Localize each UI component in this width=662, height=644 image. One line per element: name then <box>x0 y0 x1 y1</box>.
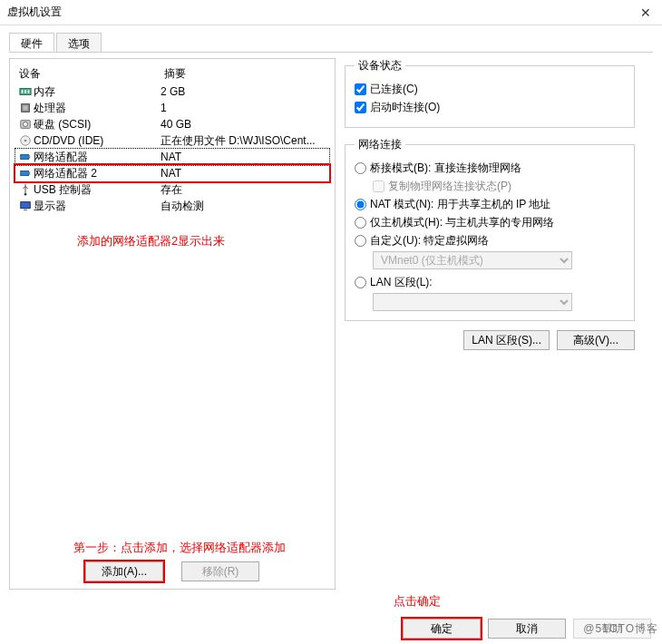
titlebar: 虚拟机设置 ✕ <box>0 0 662 25</box>
col-summary: 摘要 <box>164 66 326 82</box>
device-name: 网络适配器 <box>34 150 161 165</box>
device-row-display[interactable]: 显示器 自动检测 <box>15 198 329 214</box>
device-row-nic2[interactable]: 网络适配器 2 NAT <box>15 165 329 181</box>
svg-rect-5 <box>23 105 27 110</box>
nic-icon <box>17 151 34 163</box>
svg-rect-15 <box>21 202 31 209</box>
add-button[interactable]: 添加(A)... <box>85 561 163 581</box>
device-summary: 40 GB <box>161 118 327 131</box>
device-summary: 2 GB <box>161 85 327 98</box>
display-icon <box>17 200 34 212</box>
device-row-usb[interactable]: USB 控制器 存在 <box>15 181 329 198</box>
svg-rect-1 <box>22 90 24 93</box>
cd-icon <box>17 134 34 147</box>
svg-rect-2 <box>24 90 26 93</box>
svg-rect-12 <box>21 171 29 175</box>
device-summary: NAT <box>161 151 327 163</box>
svg-rect-16 <box>24 210 27 211</box>
disk-icon <box>17 118 34 131</box>
bridged-radio[interactable]: 桥接模式(B): 直接连接物理网络 <box>355 161 625 176</box>
replicate-checkbox: 复制物理网络连接状态(P) <box>373 179 625 194</box>
svg-rect-10 <box>21 154 29 159</box>
usb-icon <box>17 183 34 196</box>
network-connection-group: 网络连接 桥接模式(B): 直接连接物理网络 复制物理网络连接状态(P) NAT… <box>345 137 635 321</box>
device-row-memory[interactable]: 内存 2 GB <box>15 83 329 100</box>
device-name: USB 控制器 <box>34 182 161 198</box>
annotation-add: 第一步：点击添加，选择网络适配器添加 <box>73 540 286 556</box>
connect-at-poweron-checkbox[interactable]: 启动时连接(O) <box>355 100 625 115</box>
tab-options[interactable]: 选项 <box>56 33 102 52</box>
lan-segments-button[interactable]: LAN 区段(S)... <box>463 330 550 350</box>
device-summary: 正在使用文件 D:\WJ\ISO\Cent... <box>161 133 327 149</box>
device-summary: 自动检测 <box>161 199 327 214</box>
svg-point-7 <box>23 122 27 126</box>
vmnet-select: VMnet0 (仅主机模式) <box>373 251 572 269</box>
memory-icon <box>17 85 34 98</box>
svg-rect-13 <box>29 171 31 175</box>
device-name: 显示器 <box>34 199 161 214</box>
svg-point-9 <box>24 140 27 142</box>
device-status-legend: 设备状态 <box>355 58 405 73</box>
custom-radio[interactable]: 自定义(U): 特定虚拟网络 <box>355 233 625 249</box>
device-name: CD/DVD (IDE) <box>34 134 161 147</box>
network-connection-legend: 网络连接 <box>355 137 405 152</box>
device-name: 硬盘 (SCSI) <box>34 117 161 132</box>
col-device: 设备 <box>19 66 164 82</box>
device-summary: 存在 <box>161 182 327 198</box>
device-name: 处理器 <box>34 101 161 116</box>
nic-icon <box>17 167 34 180</box>
device-row-cddvd[interactable]: CD/DVD (IDE) 正在使用文件 D:\WJ\ISO\Cent... <box>15 132 329 149</box>
cancel-button[interactable]: 取消 <box>488 619 566 639</box>
nat-radio[interactable]: NAT 模式(N): 用于共享主机的 IP 地址 <box>355 197 625 212</box>
close-icon[interactable]: ✕ <box>637 5 655 20</box>
device-row-disk[interactable]: 硬盘 (SCSI) 40 GB <box>15 116 329 132</box>
svg-point-14 <box>24 193 27 196</box>
device-name: 内存 <box>34 84 161 100</box>
annotation-ok: 点击确定 <box>394 593 441 610</box>
device-list-panel: 设备 摘要 内存 2 GB 处理器 1 硬盘 (SCSI) 40 GB CD/D… <box>9 58 336 590</box>
lanseg-radio[interactable]: LAN 区段(L): <box>355 275 625 290</box>
hostonly-radio[interactable]: 仅主机模式(H): 与主机共享的专用网络 <box>355 215 625 230</box>
cpu-icon <box>17 102 34 114</box>
device-status-group: 设备状态 已连接(C) 启动时连接(O) <box>345 58 635 128</box>
device-row-cpu[interactable]: 处理器 1 <box>15 100 329 116</box>
tabstrip: 硬件 选项 <box>9 33 653 53</box>
remove-button: 移除(R) <box>181 561 259 581</box>
watermark: @51CTO博客 <box>583 621 658 637</box>
device-settings-panel: 设备状态 已连接(C) 启动时连接(O) 网络连接 桥接模式(B): 直接连接物… <box>345 58 635 590</box>
svg-rect-11 <box>29 155 31 159</box>
lanseg-select <box>373 293 572 311</box>
device-summary: NAT <box>161 167 327 180</box>
device-summary: 1 <box>161 102 327 114</box>
window-title: 虚拟机设置 <box>7 5 637 20</box>
tab-hardware[interactable]: 硬件 <box>9 33 54 52</box>
annotation-nic2: 添加的网络适配器2显示出来 <box>77 233 225 249</box>
connected-checkbox[interactable]: 已连接(C) <box>355 82 625 97</box>
device-name: 网络适配器 2 <box>34 166 161 181</box>
ok-button[interactable]: 确定 <box>403 619 481 639</box>
advanced-button[interactable]: 高级(V)... <box>557 330 635 350</box>
device-list-header: 设备 摘要 <box>15 64 329 83</box>
device-row-nic1[interactable]: 网络适配器 NAT <box>15 149 329 165</box>
svg-rect-3 <box>28 90 30 93</box>
